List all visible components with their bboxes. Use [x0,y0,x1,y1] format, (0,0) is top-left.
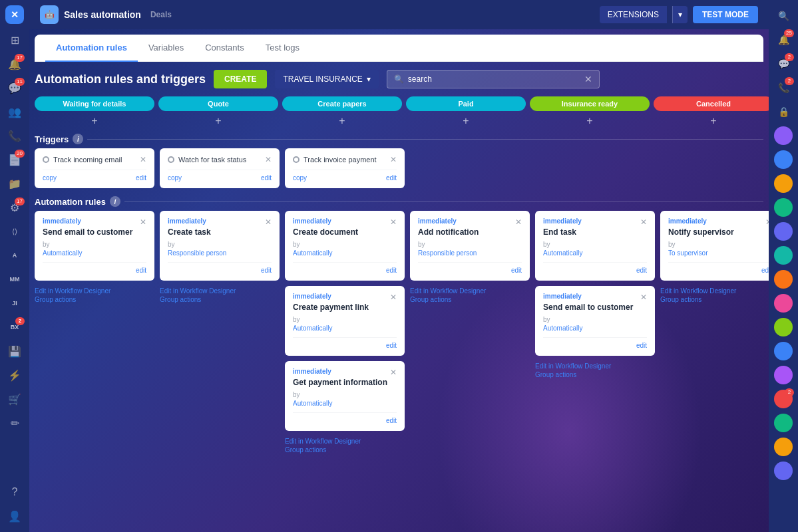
settings-icon[interactable]: ⚙17 [4,197,25,218]
card-edit-1[interactable]: edit [136,267,146,274]
card-edit-3c[interactable]: edit [386,417,397,424]
trigger-edit-invoice[interactable]: edit [386,174,397,182]
stage-add-waiting[interactable]: + [35,114,154,128]
user-icon[interactable]: 👤 [4,505,25,527]
scroll-content[interactable]: Automation rules and triggers CREATE TRA… [29,62,769,532]
card-edit-6[interactable]: edit [761,267,769,274]
right-phone-icon[interactable]: 📞 2 [773,77,794,98]
card-edit-2[interactable]: edit [261,267,272,274]
workflow-link-6[interactable]: Edit in Workflow Designer [660,287,769,295]
workflow-link-2[interactable]: Edit in Workflow Designer [160,287,280,295]
save-icon[interactable]: 💾 [4,340,25,362]
right-search-icon[interactable]: 🔍 [773,5,794,27]
card-close-4[interactable]: ✕ [515,217,522,227]
stage-badge-waiting: Waiting for details [35,96,154,111]
card-close-3b[interactable]: ✕ [390,293,397,302]
code-icon[interactable]: ⟨⟩ [4,221,25,242]
trigger-copy-email[interactable]: copy [43,174,57,182]
card-edit-3b[interactable]: edit [386,342,397,349]
tab-test-logs[interactable]: Test logs [255,35,310,62]
avatar-3[interactable] [773,173,794,194]
right-bell-icon[interactable]: 🔔 25 [773,29,794,51]
tab-automation-rules[interactable]: Automation rules [45,35,138,62]
extensions-dropdown-button[interactable]: ▾ [672,6,688,23]
users-icon[interactable]: 👥 [4,101,25,122]
card-edit-5b[interactable]: edit [636,342,647,349]
card-edit-4[interactable]: edit [511,267,522,274]
card-close-5b[interactable]: ✕ [640,293,647,302]
help-icon[interactable]: ? [4,481,25,503]
group-link-4[interactable]: Group actions [410,296,530,303]
search-clear-icon[interactable]: ✕ [584,74,592,84]
avatar-8[interactable] [773,293,794,314]
cart-icon[interactable]: 🛒 [4,388,25,410]
grid-icon[interactable]: ⊞ [4,29,25,51]
trigger-close-invoice[interactable]: ✕ [390,155,397,164]
triggers-info-icon[interactable]: i [73,134,83,144]
create-button[interactable]: CREATE [214,70,267,88]
trigger-copy-invoice[interactable]: copy [293,174,307,182]
card-close-3c[interactable]: ✕ [390,368,397,377]
group-link-1[interactable]: Group actions [35,296,154,303]
trigger-dot [43,156,49,163]
trigger-header-invoice: Track invoice payment ✕ [293,155,397,164]
avatar-6[interactable] [773,245,794,266]
card-close-5a[interactable]: ✕ [640,217,647,227]
chat-icon[interactable]: 💬11 [4,77,25,98]
avatar-13[interactable] [773,412,794,434]
rules-info-icon[interactable]: i [110,196,120,207]
workflow-link-4[interactable]: Edit in Workflow Designer [410,287,530,295]
trigger-dot-invoice [293,156,299,163]
document-icon[interactable]: 📄20 [4,149,25,170]
stage-add-ready[interactable]: + [530,114,650,128]
avatar-14[interactable] [773,436,794,458]
bell-icon[interactable]: 🔔17 [4,53,25,74]
stage-add-quote[interactable]: + [158,114,278,128]
right-lock-icon[interactable]: 🔒 [773,101,794,122]
workflow-link-1[interactable]: Edit in Workflow Designer [35,287,154,295]
trigger-copy-task[interactable]: copy [168,174,182,182]
card-close-1[interactable]: ✕ [140,217,146,227]
edit-icon[interactable]: ✏ [4,412,25,434]
tab-variables[interactable]: Variables [138,35,194,62]
folder-icon[interactable]: 📁 [4,173,25,194]
avatar-7[interactable] [773,269,794,290]
stage-add-paid[interactable]: + [406,114,526,128]
avatar-2[interactable] [773,149,794,170]
trigger-edit-task[interactable]: edit [261,174,272,182]
card-edit-5a[interactable]: edit [636,267,647,274]
tab-constants[interactable]: Constants [194,35,255,62]
avatar-5[interactable] [773,221,794,242]
sliders-icon[interactable]: ⚡ [4,364,25,386]
avatar-1[interactable] [773,125,794,146]
group-link-5[interactable]: Group actions [535,371,655,378]
search-input[interactable] [408,74,580,84]
right-chat-icon[interactable]: 💬 2 [773,53,794,74]
avatar-10[interactable] [773,340,794,362]
card-close-3a[interactable]: ✕ [390,217,397,227]
group-link-3[interactable]: Group actions [285,446,405,454]
group-link-6[interactable]: Group actions [660,296,769,303]
trigger-edit-email[interactable]: edit [136,174,146,182]
avatar-15[interactable] [773,460,794,481]
phone-icon[interactable]: 📞 [4,125,25,146]
stage-add-papers[interactable]: + [282,114,402,128]
card-links-3: Edit in Workflow Designer Group actions [285,438,405,454]
close-app-icon[interactable]: ✕ [5,5,24,24]
avatar-9[interactable] [773,317,794,338]
trigger-close-task[interactable]: ✕ [265,155,272,164]
card-close-2[interactable]: ✕ [265,217,272,227]
avatar-11[interactable] [773,364,794,386]
test-mode-button[interactable]: TEST MODE [693,6,758,23]
stage-add-cancelled[interactable]: + [654,114,769,128]
avatar-4[interactable] [773,197,794,218]
avatar-12[interactable]: 2 [773,388,794,410]
workflow-link-3[interactable]: Edit in Workflow Designer [285,438,405,445]
workflow-link-5[interactable]: Edit in Workflow Designer [535,362,655,370]
stage-badge-cancelled: Cancelled [654,96,769,111]
group-link-2[interactable]: Group actions [160,296,280,303]
card-edit-3a[interactable]: edit [386,267,397,274]
trigger-close-email[interactable]: ✕ [140,155,146,164]
extensions-button[interactable]: EXTENSIONS [600,6,667,23]
filter-dropdown[interactable]: TRAVEL INSURANCE ▾ [275,70,378,88]
